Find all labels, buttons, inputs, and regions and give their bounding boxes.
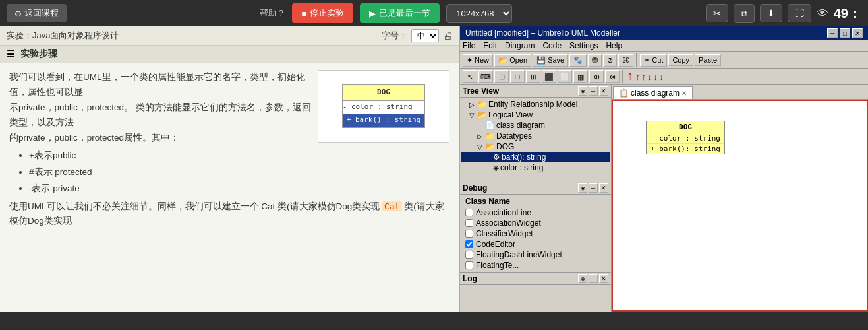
tool-btn-6[interactable]: ⬛ [542,70,556,83]
debug-check-codeeditor[interactable] [465,240,473,248]
debug-label-codeeditor: CodeEditor [476,240,515,249]
debug-item-floating-dash[interactable]: FloatingDashLineWidget [463,249,608,260]
menu-file[interactable]: File [463,41,475,50]
toolbar-btn4[interactable]: ⌘ [618,54,633,67]
dog-class-name: DOG [647,121,724,133]
font-controls: 字号： 中 🖨 [382,29,452,42]
tree-item-color[interactable]: ◈ color : string [461,162,610,173]
debug-label-associationline: AssociationLine [476,208,531,217]
log-title: Log [463,274,477,283]
tree-item-bark[interactable]: ⚙ bark(): string [461,152,610,162]
dog-class-diagram: DOG - color : string + bark(): string [646,121,725,154]
debug-check-floatingte[interactable] [465,261,473,269]
menu-diagram[interactable]: Diagram [505,41,535,50]
copy-button[interactable]: ⧉ [734,4,755,23]
menu-edit[interactable]: Edit [483,41,497,50]
debug-ctrl-3[interactable]: ✕ [599,183,608,193]
menu-help[interactable]: Help [606,41,622,50]
tree-ctrl-1[interactable]: ◈ [578,86,587,96]
tool-btn-8[interactable]: ▦ [573,70,588,83]
select-tool-button[interactable]: ↖ [463,70,477,83]
tool-btn-2[interactable]: ⌨ [478,70,493,83]
uml-class-box: DOG - color : string + bark() : string [342,84,426,127]
print-icon[interactable]: 🖨 [443,30,452,41]
menu-code[interactable]: Code [542,41,562,50]
debug-check-associationline[interactable] [465,209,473,216]
tree-item-classdiagram[interactable]: 📄 class diagram [461,120,610,131]
debug-title: Debug [463,183,487,193]
experiment-title: 实验：Java面向对象程序设计 [7,30,119,42]
left-panel: 实验：Java面向对象程序设计 字号： 中 🖨 ☰ 实验步骤 DOG - col… [0,26,460,312]
debug-ctrl-2[interactable]: ─ [589,183,598,193]
topbar-right: ✂ ⧉ ⬇ ⛶ 👁 49： [706,4,861,23]
toolbar-btn1[interactable]: 🐾 [569,54,587,67]
tree-ctrl-3[interactable]: ✕ [599,86,608,96]
toolbar-save-button[interactable]: 💾 Save [533,54,568,67]
arrow-up-alt[interactable]: ↑ [641,71,646,82]
toolbar-new-button[interactable]: ✦ New [463,54,493,67]
tool-btn-5[interactable]: ⊞ [526,70,540,83]
toolbar-btn3[interactable]: ⊘ [603,54,617,67]
debug-ctrl-1[interactable]: ◈ [578,183,587,193]
toolbar-open-button[interactable]: 📂 Open [494,54,531,67]
font-size-select[interactable]: 中 [411,29,439,42]
debug-item-association-line[interactable]: AssociationLine [463,207,608,218]
uml-minimize-button[interactable]: ─ [827,28,838,38]
diagram-canvas[interactable]: DOG - color : string + bark(): string [612,100,868,312]
arrow-up[interactable]: ↑ [635,71,640,82]
help-button[interactable]: 帮助？ [260,7,285,19]
debug-item-code-editor[interactable]: CodeEditor [463,239,608,249]
debug-label-floatingte: FloatingTe... [476,261,519,270]
tool-btn-10[interactable]: ⊗ [605,70,620,83]
log-ctrl-3[interactable]: ✕ [599,274,608,283]
file-classdiagram-icon: 📄 [485,121,495,130]
tree-content[interactable]: ▷ 📁 Entity Relationship Model ▽ 📂 Logica… [460,98,611,182]
debug-check-classifierwidget[interactable] [465,230,473,238]
cut-button[interactable]: ✂ [706,4,728,22]
resolution-selector[interactable]: 1024x768 [446,4,512,23]
tool-btn-7[interactable]: ⬜ [558,70,572,83]
log-panel: Log ◈ ─ ✕ [460,272,611,312]
toolbar-paste-button[interactable]: Paste [695,54,721,66]
tool-btn-4[interactable]: □ [510,70,525,83]
tree-item-entity[interactable]: ▷ 📁 Entity Relationship Model [461,99,610,110]
back-button[interactable]: ⊙ 返回课程 [7,4,67,22]
arrow-down-alt[interactable]: ↓ [653,71,658,82]
debug-item-classifier-widget[interactable]: ClassifierWidget [463,228,608,239]
debug-check-floatingdash[interactable] [465,251,473,259]
tree-item-logical[interactable]: ▽ 📂 Logical View [461,110,610,120]
toolbar-copy-button[interactable]: Copy [668,54,693,66]
arrow-down-double[interactable]: ↓ [659,71,664,82]
tab-close-icon[interactable]: ✕ [681,90,687,97]
last-section-button[interactable]: ▶ 已是最后一节 [360,3,440,23]
class-diagram-tab[interactable]: 📋 class diagram ✕ [613,86,693,99]
menu-settings[interactable]: Settings [569,41,598,50]
tree-ctrl-2[interactable]: ─ [589,86,598,96]
log-ctrl-1[interactable]: ◈ [578,274,587,283]
folder-datatypes-icon: 📁 [485,131,495,141]
folder-icon: 📂 [498,56,507,64]
log-ctrl-2[interactable]: ─ [589,274,598,283]
stop-button[interactable]: ■ 停止实验 [292,3,353,23]
toolbar-btn2[interactable]: ⛃ [588,54,602,67]
debug-item-floating-te[interactable]: FloatingTe... [463,260,608,271]
uml-close-button[interactable]: ✕ [852,28,863,38]
file-color-icon: ◈ [493,163,499,172]
debug-check-associationwidget[interactable] [465,219,473,227]
debug-item-association-widget[interactable]: AssociationWidget [463,218,608,228]
arrow-down[interactable]: ↓ [647,71,652,82]
last-label: 已是最后一节 [379,7,430,19]
download-button[interactable]: ⬇ [760,4,782,22]
font-label: 字号： [382,30,407,42]
expand-dog-icon: ▽ [477,143,484,150]
tool-btn-3[interactable]: ⊡ [494,70,509,83]
tree-item-datatypes[interactable]: ▷ 📁 Datatypes [461,131,610,141]
toolbar-cut-button[interactable]: ✂ Cut [640,54,667,67]
left-content[interactable]: DOG - color : string + bark() : string 我… [0,63,459,312]
tree-item-dog[interactable]: ▽ 📂 DOG [461,141,610,152]
uml-maximize-button[interactable]: □ [840,28,850,38]
arrow-up-double[interactable]: ⇑ [626,71,634,82]
fullscreen-button[interactable]: ⛶ [788,4,811,22]
tool-btn-9[interactable]: ⊕ [589,70,604,83]
tab-bar: 📋 class diagram ✕ [612,85,868,100]
